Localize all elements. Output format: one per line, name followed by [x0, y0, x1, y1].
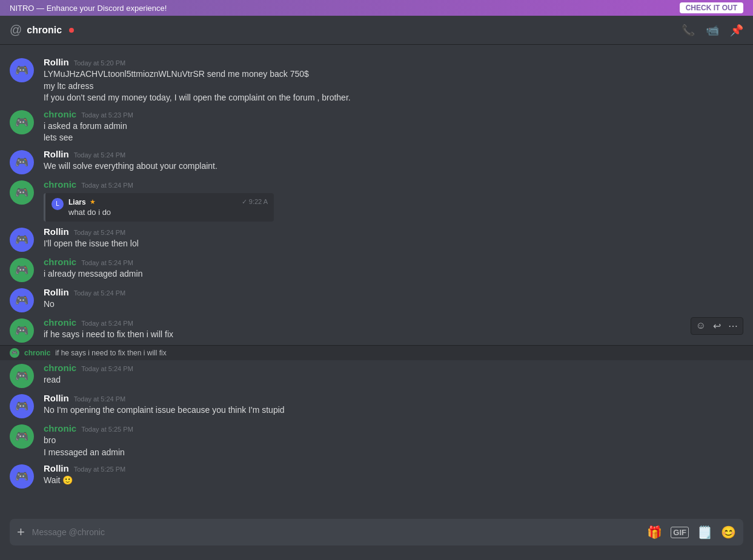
message-content: chronicToday at 5:24 PMread [44, 363, 743, 386]
message-header: RollinToday at 5:24 PM [44, 149, 743, 159]
message-input[interactable] [32, 527, 647, 537]
username: Rollin [44, 226, 69, 237]
timestamp: Today at 5:24 PM [81, 365, 133, 372]
message-text: Wait 🙂 [44, 475, 743, 487]
avatar: 🎮 [10, 228, 34, 252]
avatar: 🎮 [10, 364, 34, 388]
message-group: 🎮RollinToday at 5:25 PMWait 🙂 [0, 461, 753, 491]
reply-preview-username: chronic [24, 349, 50, 357]
timestamp: Today at 5:24 PM [74, 395, 126, 403]
avatar: 🎮 [10, 150, 34, 174]
message-group: 🎮chronicToday at 5:24 PMread [0, 360, 753, 390]
timestamp: Today at 5:25 PM [81, 426, 133, 433]
message-content: RollinToday at 5:24 PMNo I'm opening the… [44, 393, 743, 417]
message-text: lets see [44, 132, 743, 144]
message-header: RollinToday at 5:24 PM [44, 226, 743, 237]
sticker-icon[interactable]: 🗒️ [697, 525, 712, 539]
username: chronic [44, 179, 76, 189]
quote-time: ✓ 9:22 A [242, 198, 268, 206]
username: Rollin [44, 287, 69, 297]
timestamp: Today at 5:24 PM [81, 182, 133, 189]
message-group: 🎮RollinToday at 5:20 PMLYMuJHzACHVLtoonl… [0, 54, 753, 107]
message-content: chronicToday at 5:23 PMi asked a forum a… [44, 109, 743, 144]
message-text: If you don't send my money today, I will… [44, 92, 743, 104]
messages-area: 🎮RollinToday at 5:20 PMLYMuJHzACHVLtoonl… [0, 45, 753, 519]
quote-content: Liars★✓ 9:22 Awhat do i do [68, 198, 268, 217]
add-reaction-button[interactable]: ☺ [696, 320, 706, 331]
quote-block: LLiars★✓ 9:22 Awhat do i do [44, 193, 274, 222]
message-content: chronicToday at 5:24 PMi already message… [44, 257, 743, 280]
username: chronic [44, 109, 76, 119]
reply-preview-bar: 🎮chronicif he says i need to fix then i … [0, 345, 753, 360]
channel-name-area: @ chronic [10, 23, 74, 37]
channel-header: @ chronic 📞 📹 📌 [0, 16, 753, 45]
message-text: if he says i need to fix then i will fix [44, 329, 743, 341]
avatar: 🎮 [10, 258, 34, 282]
message-group: 🎮RollinToday at 5:24 PMWe will solve eve… [0, 147, 753, 177]
message-text: I messaged an admin [44, 447, 743, 459]
video-icon[interactable]: 📹 [706, 24, 719, 37]
quote-username: Liars [68, 198, 86, 206]
message-header: chronicToday at 5:24 PM [44, 363, 743, 373]
emoji-icon[interactable]: 😊 [721, 525, 736, 539]
reply-button[interactable]: ↩ [713, 320, 721, 332]
avatar: 🎮 [10, 288, 34, 312]
message-content: RollinToday at 5:24 PMWe will solve ever… [44, 149, 743, 173]
username: Rollin [44, 463, 69, 473]
banner-text: NITRO — Enhance your Discord experience! [10, 4, 167, 13]
message-text: LYMuJHzACHVLtoonl5ttmioznWLNuVtrSR send … [44, 68, 743, 81]
message-header: chronicToday at 5:24 PM [44, 257, 743, 267]
gift-icon[interactable]: 🎁 [647, 525, 662, 539]
quote-header: Liars★✓ 9:22 A [68, 198, 268, 206]
message-header: RollinToday at 5:25 PM [44, 463, 743, 473]
more-actions-button[interactable]: ⋯ [728, 320, 738, 332]
avatar: 🎮 [10, 58, 34, 82]
at-icon: @ [10, 23, 22, 37]
quote-avatar: L [51, 198, 64, 210]
message-group: 🎮chronicToday at 5:23 PMi asked a forum … [0, 107, 753, 147]
message-content: chronicToday at 5:25 PMbroI messaged an … [44, 423, 743, 458]
add-attachment-button[interactable]: + [17, 524, 25, 540]
message-text: i already messaged admin [44, 268, 743, 280]
username: Rollin [44, 57, 69, 67]
timestamp: Today at 5:24 PM [81, 259, 133, 266]
message-header: chronicToday at 5:23 PM [44, 109, 743, 119]
pin-icon[interactable]: 📌 [730, 24, 743, 37]
message-text: No [44, 298, 743, 311]
reply-preview-text: if he says i need to fix then i will fix [55, 349, 166, 357]
channel-title: chronic [27, 25, 62, 36]
message-text: read [44, 374, 743, 386]
message-header: RollinToday at 5:24 PM [44, 287, 743, 297]
timestamp: Today at 5:25 PM [74, 466, 126, 473]
message-content: RollinToday at 5:24 PMI'll open the issu… [44, 226, 743, 250]
message-header: chronicToday at 5:25 PM [44, 423, 743, 433]
timestamp: Today at 5:20 PM [74, 59, 126, 67]
input-icons: 🎁 GIF 🗒️ 😊 [647, 525, 736, 539]
message-group: 🎮chronicToday at 5:24 PMif he says i nee… [0, 315, 753, 345]
message-text: i asked a forum admin [44, 120, 743, 133]
username: chronic [44, 423, 76, 433]
message-text: I'll open the issue then lol [44, 238, 743, 250]
quote-text: what do i do [68, 208, 268, 217]
username: Rollin [44, 393, 69, 403]
username: chronic [44, 317, 76, 328]
online-status-dot [69, 28, 74, 33]
message-header: chronicToday at 5:24 PM [44, 317, 743, 328]
message-content: chronicToday at 5:24 PMif he says i need… [44, 317, 743, 341]
message-group: 🎮RollinToday at 5:24 PMNo [0, 285, 753, 315]
top-banner: NITRO — Enhance your Discord experience!… [0, 0, 753, 16]
avatar: 🎮 [10, 318, 34, 343]
avatar: 🎮 [10, 110, 34, 134]
message-content: chronicToday at 5:24 PMLLiars★✓ 9:22 Awh… [44, 179, 743, 222]
username: Rollin [44, 149, 69, 159]
avatar: 🎮 [10, 464, 34, 489]
message-group: 🎮chronicToday at 5:25 PMbroI messaged an… [0, 421, 753, 461]
message-text: No I'm opening the complaint issue becau… [44, 404, 743, 417]
username: chronic [44, 257, 76, 267]
message-text: We will solve everything about your comp… [44, 160, 743, 173]
timestamp: Today at 5:24 PM [81, 320, 133, 327]
phone-icon[interactable]: 📞 [682, 24, 695, 37]
gif-icon[interactable]: GIF [671, 527, 689, 538]
banner-cta-button[interactable]: CHECK IT OUT [680, 2, 743, 13]
message-content: RollinToday at 5:24 PMNo [44, 287, 743, 311]
